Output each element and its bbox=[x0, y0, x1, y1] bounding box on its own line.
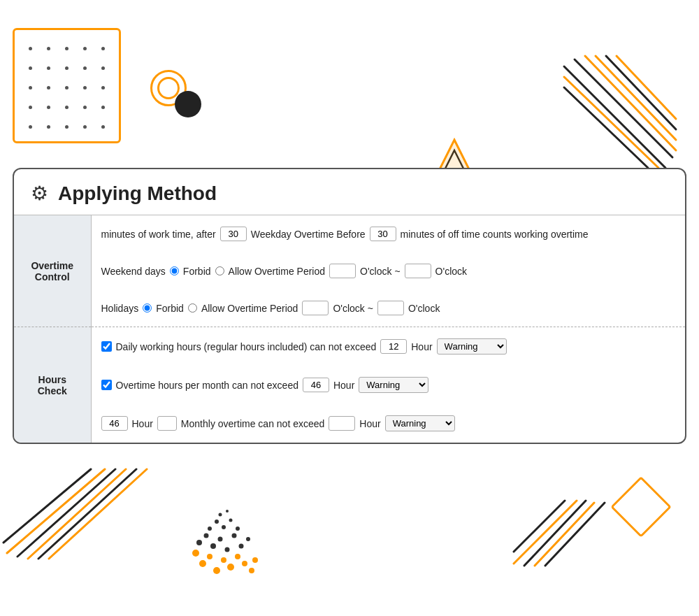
holidays-from-input[interactable] bbox=[302, 301, 329, 315]
svg-point-29 bbox=[218, 537, 223, 542]
weekend-row: Weekend days Forbid Allow Overtime Perio… bbox=[101, 259, 676, 282]
ot-before-text: minutes of work time, after bbox=[101, 229, 216, 240]
weekend-oclock-label: O'clock bbox=[435, 266, 467, 277]
hours-check-row2: Overtime hours per month can not exceed … bbox=[14, 366, 685, 404]
weekend-forbid-label: Forbid bbox=[183, 266, 211, 277]
monthly-ot-warning-select[interactable]: Warning Error Info bbox=[359, 377, 428, 393]
weekend-allow-label: Allow Overtime Period bbox=[229, 266, 326, 277]
overtime-holidays-row: Holidays Forbid Allow Overtime Period O'… bbox=[14, 289, 685, 327]
hours-check-row3-content: Hour Monthly overtime can not exceed Hou… bbox=[91, 404, 685, 443]
deco-dots-grid bbox=[21, 38, 112, 136]
svg-point-30 bbox=[232, 533, 237, 538]
weekend-oclock-tilde: O'clock ~ bbox=[360, 266, 401, 277]
svg-point-35 bbox=[215, 520, 219, 524]
weekend-label: Weekend days bbox=[101, 266, 166, 277]
svg-point-18 bbox=[213, 567, 220, 574]
svg-point-40 bbox=[252, 557, 258, 563]
monthly-exceed-val1[interactable] bbox=[101, 416, 128, 431]
weekend-from-input[interactable] bbox=[329, 264, 356, 278]
svg-point-23 bbox=[235, 554, 240, 559]
overtime-row1-content: minutes of work time, after Weekday Over… bbox=[91, 215, 685, 253]
svg-point-32 bbox=[208, 527, 212, 531]
overtime-weekend-row: Weekend days Forbid Allow Overtime Perio… bbox=[14, 252, 685, 289]
svg-point-38 bbox=[226, 510, 229, 513]
deco-circle-dark bbox=[175, 91, 201, 117]
settings-table: OvertimeControl minutes of work time, af… bbox=[14, 215, 685, 443]
monthly-ot-text: Overtime hours per month can not exceed bbox=[116, 380, 298, 391]
svg-point-33 bbox=[222, 525, 226, 529]
holidays-row: Holidays Forbid Allow Overtime Period O'… bbox=[101, 296, 676, 320]
monthly-ot-row: Overtime hours per month can not exceed … bbox=[101, 373, 676, 397]
weekend-forbid-radio[interactable] bbox=[170, 266, 179, 275]
ot-value1-input[interactable] bbox=[220, 227, 247, 241]
holidays-forbid-radio[interactable] bbox=[143, 303, 152, 313]
monthly-exceed-warning-select[interactable]: Warning Error Info bbox=[385, 415, 455, 431]
daily-hours-unit: Hour bbox=[411, 341, 432, 352]
svg-point-27 bbox=[239, 544, 244, 549]
svg-point-28 bbox=[204, 533, 209, 538]
deco-lines-bottom-right bbox=[510, 497, 615, 567]
svg-point-19 bbox=[227, 564, 234, 571]
monthly-exceed-checkbox-input[interactable] bbox=[157, 416, 177, 431]
ot-after-text: minutes of off time counts working overt… bbox=[401, 229, 589, 240]
svg-point-24 bbox=[196, 540, 202, 545]
hours-check-row3: Hour Monthly overtime can not exceed Hou… bbox=[14, 404, 685, 443]
monthly-exceed-val3[interactable] bbox=[329, 416, 355, 431]
svg-point-36 bbox=[229, 519, 233, 522]
svg-point-20 bbox=[192, 550, 199, 557]
hours-check-label: HoursCheck bbox=[14, 327, 91, 443]
ot-middle-text: Weekday Overtime Before bbox=[251, 229, 366, 240]
ot-value2-input[interactable] bbox=[370, 227, 396, 241]
main-card: ⚙ Applying Method OvertimeControl minute… bbox=[13, 168, 686, 444]
monthly-ot-checkbox[interactable] bbox=[101, 380, 112, 390]
overtime-row1: minutes of work time, after Weekday Over… bbox=[101, 222, 676, 245]
card-header: ⚙ Applying Method bbox=[14, 169, 685, 215]
daily-hours-checkbox[interactable] bbox=[101, 341, 112, 352]
svg-point-34 bbox=[236, 527, 240, 531]
monthly-exceed-unit2: Hour bbox=[359, 418, 380, 429]
overtime-weekend-content: Weekend days Forbid Allow Overtime Perio… bbox=[91, 252, 685, 289]
hours-check-row1: HoursCheck Daily working hours (regular … bbox=[14, 327, 685, 366]
deco-lines-top-right bbox=[561, 52, 679, 171]
svg-point-31 bbox=[246, 537, 250, 541]
svg-point-39 bbox=[242, 561, 247, 566]
svg-line-6 bbox=[564, 77, 658, 168]
hours-check-row2-content: Overtime hours per month can not exceed … bbox=[91, 366, 685, 404]
gear-icon: ⚙ bbox=[31, 182, 48, 205]
svg-line-5 bbox=[564, 66, 665, 168]
svg-point-22 bbox=[221, 557, 226, 563]
svg-point-21 bbox=[207, 554, 212, 559]
holidays-oclock-tilde: O'clock ~ bbox=[333, 303, 373, 314]
monthly-exceed-text: Monthly overtime can not exceed bbox=[181, 418, 324, 429]
holidays-to-input[interactable] bbox=[377, 301, 404, 315]
svg-line-13 bbox=[28, 469, 126, 559]
deco-diamond bbox=[610, 476, 672, 538]
monthly-ot-unit: Hour bbox=[333, 380, 354, 391]
holidays-allow-radio[interactable] bbox=[188, 303, 197, 313]
page-title: Applying Method bbox=[58, 182, 217, 205]
holidays-oclock-label: O'clock bbox=[408, 303, 440, 314]
monthly-exceed-row: Hour Monthly overtime can not exceed Hou… bbox=[101, 411, 676, 436]
weekend-to-input[interactable] bbox=[405, 264, 431, 278]
svg-point-25 bbox=[210, 543, 216, 549]
daily-hours-warning-select[interactable]: Warning Error Info bbox=[437, 338, 507, 354]
svg-line-7 bbox=[564, 87, 648, 168]
hours-check-row1-content: Daily working hours (regular hours inclu… bbox=[91, 327, 685, 366]
svg-point-41 bbox=[249, 568, 254, 573]
svg-point-26 bbox=[225, 547, 230, 552]
monthly-ot-value[interactable] bbox=[303, 378, 329, 392]
svg-point-37 bbox=[219, 513, 222, 517]
svg-line-46 bbox=[514, 501, 565, 552]
holidays-allow-label: Allow Overtime Period bbox=[201, 303, 298, 314]
daily-hours-value[interactable] bbox=[380, 339, 407, 354]
overtime-control-label: OvertimeControl bbox=[14, 215, 91, 327]
holidays-label: Holidays bbox=[101, 303, 139, 314]
holidays-forbid-label: Forbid bbox=[156, 303, 184, 314]
deco-lines-bottom-left bbox=[0, 462, 161, 560]
overtime-control-row: OvertimeControl minutes of work time, af… bbox=[14, 215, 685, 253]
overtime-holidays-content: Holidays Forbid Allow Overtime Period O'… bbox=[91, 289, 685, 327]
weekend-allow-radio[interactable] bbox=[215, 266, 224, 275]
deco-circle-inner bbox=[157, 77, 180, 99]
svg-line-2 bbox=[596, 56, 676, 140]
svg-point-17 bbox=[199, 560, 206, 567]
